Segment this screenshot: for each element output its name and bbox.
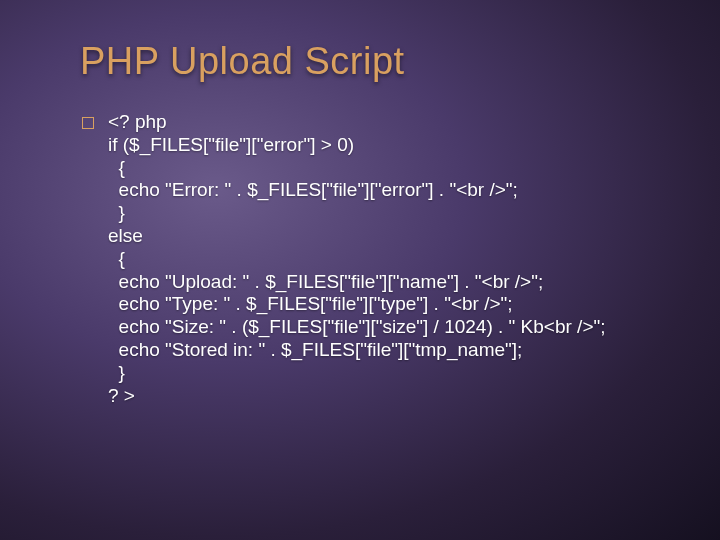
content-block: <? php if ($_FILES["file"]["error"] > 0)…: [80, 111, 660, 407]
square-outline-icon: [82, 117, 94, 129]
page-title: PHP Upload Script: [80, 40, 660, 83]
slide: PHP Upload Script <? php if ($_FILES["fi…: [0, 0, 720, 540]
code-snippet: <? php if ($_FILES["file"]["error"] > 0)…: [108, 111, 606, 407]
